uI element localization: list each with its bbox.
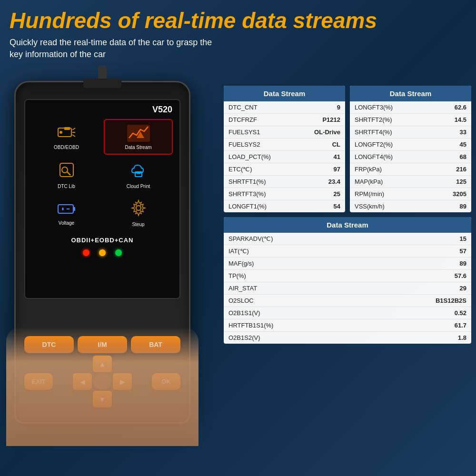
steup-icon bbox=[130, 199, 147, 220]
table-row: SHRTFT3(%)25 bbox=[224, 188, 345, 200]
row-value: 125 bbox=[456, 178, 466, 185]
data-table-2: Data Stream LONGFT3(%)62.6SHRTFT2(%)14.5… bbox=[350, 86, 471, 212]
menu-item-steup[interactable]: Steup bbox=[104, 196, 173, 231]
menu-item-cloudprint[interactable]: Cloud Print bbox=[104, 158, 173, 193]
menu-item-datastream[interactable]: Data Stream bbox=[104, 119, 173, 155]
svg-point-1 bbox=[60, 131, 62, 134]
subtext-line2: key information of the car bbox=[10, 50, 106, 59]
svg-point-9 bbox=[62, 167, 68, 173]
table-row: O2B1S2(V)1.8 bbox=[224, 332, 471, 344]
row-value: 68 bbox=[460, 153, 466, 160]
svg-rect-14 bbox=[73, 207, 75, 211]
table-row: SHRTFT1(%)23.4 bbox=[224, 176, 345, 188]
device-screen: V520 bbox=[24, 99, 180, 299]
row-label: SHRTFT3(%) bbox=[228, 190, 266, 198]
row-value: 61.7 bbox=[455, 322, 466, 329]
device-model: V520 bbox=[30, 105, 175, 115]
table-row: HRTFTB1S1(%)61.7 bbox=[224, 319, 471, 332]
row-value: 57.6 bbox=[455, 272, 466, 279]
obd-icon bbox=[57, 124, 76, 143]
table-row: O2SLOCB1S12B2S bbox=[224, 295, 471, 307]
table-row: SHRTFT2(%)14.5 bbox=[350, 114, 471, 126]
dtclib-icon bbox=[58, 161, 75, 182]
row-label: O2SLOC bbox=[228, 297, 254, 304]
headline: Hundreds of real-time data streams bbox=[10, 9, 466, 33]
table-row: LONGFT1(%)54 bbox=[224, 200, 345, 212]
row-label: FUELSYS1 bbox=[228, 129, 260, 136]
subtext: Quickly read the real-time data of the c… bbox=[10, 37, 466, 60]
table-row: SHRTFT4(%)33 bbox=[350, 126, 471, 139]
cloudprint-icon bbox=[129, 161, 148, 182]
table-row: O2B1S1(V)0.52 bbox=[224, 307, 471, 319]
menu-label-cloudprint: Cloud Print bbox=[127, 184, 150, 189]
table-row: LOAD_PCT(%)41 bbox=[224, 151, 345, 163]
led-green bbox=[115, 249, 122, 256]
tables-section: Data Stream DTC_CNT9DTCFRZFP1212FUELSYS1… bbox=[224, 86, 471, 344]
table3-header: Data Stream bbox=[224, 217, 471, 233]
menu-label-datastream: Data Stream bbox=[125, 145, 151, 150]
row-value: 89 bbox=[460, 260, 466, 267]
row-value: B1S12B2S bbox=[436, 297, 466, 304]
led-row bbox=[30, 249, 175, 256]
row-label: O2B1S1(V) bbox=[228, 309, 260, 317]
row-value: 15 bbox=[460, 235, 466, 242]
row-label: SHRTFT4(%) bbox=[355, 129, 392, 136]
table3-rows: SPARKADV(℃)15IAT(℃)57MAF(g/s)89TP(%)57.6… bbox=[224, 233, 471, 344]
menu-label-steup: Steup bbox=[132, 222, 144, 227]
svg-rect-13 bbox=[58, 205, 73, 213]
row-value: 0.52 bbox=[455, 309, 466, 317]
row-value: 33 bbox=[460, 129, 466, 136]
row-value: P1212 bbox=[322, 116, 340, 123]
table2-header: Data Stream bbox=[350, 86, 471, 101]
table-row: VSS(km/h)89 bbox=[350, 200, 471, 212]
row-label: DTCFRZF bbox=[228, 116, 257, 123]
datastream-icon bbox=[127, 124, 150, 143]
row-value: 62.6 bbox=[455, 104, 466, 111]
table1-header: Data Stream bbox=[224, 86, 345, 101]
row-value: 97 bbox=[334, 166, 340, 173]
row-label: AIR_STAT bbox=[228, 285, 257, 292]
table-row: SPARKADV(℃)15 bbox=[224, 233, 471, 245]
row-label: LOAD_PCT(%) bbox=[228, 153, 271, 160]
row-value: OL-Drive bbox=[314, 129, 340, 136]
row-value: 54 bbox=[334, 203, 340, 210]
table-row: LONGFT4(%)68 bbox=[350, 151, 471, 163]
device: V520 bbox=[5, 81, 209, 462]
table-row: LONGFT2(%)45 bbox=[350, 139, 471, 151]
tables-top-row: Data Stream DTC_CNT9DTCFRZFP1212FUELSYS1… bbox=[224, 86, 471, 212]
row-label: ETC(℃) bbox=[228, 166, 252, 173]
obd-text: OBDII+EOBD+CAN bbox=[30, 237, 175, 244]
menu-item-dtclib[interactable]: DTC Lib bbox=[32, 158, 101, 193]
table-row: FRP(kPa)216 bbox=[350, 163, 471, 176]
table-row: MAP(kPa)125 bbox=[350, 176, 471, 188]
screen-inner: V520 bbox=[25, 100, 179, 298]
svg-line-5 bbox=[72, 135, 75, 137]
table-row: FUELSYS2CL bbox=[224, 139, 345, 151]
subtext-line1: Quickly read the real-time data of the c… bbox=[10, 38, 212, 47]
row-value: 41 bbox=[334, 153, 340, 160]
row-value: 14.5 bbox=[455, 116, 466, 123]
menu-item-obd[interactable]: OBD/EOBD bbox=[32, 119, 101, 155]
svg-rect-2 bbox=[64, 127, 70, 130]
menu-item-voltage[interactable]: Voltage bbox=[32, 196, 101, 231]
table-row: ETC(℃)97 bbox=[224, 163, 345, 176]
row-label: TP(%) bbox=[228, 272, 246, 279]
led-red bbox=[83, 249, 89, 256]
row-value: 216 bbox=[456, 166, 466, 173]
row-label: VSS(km/h) bbox=[355, 203, 385, 210]
table-row: DTC_CNT9 bbox=[224, 101, 345, 114]
row-label: LONGFT1(%) bbox=[228, 203, 267, 210]
row-value: 45 bbox=[460, 141, 466, 148]
table-row: RPM(/min)3205 bbox=[350, 188, 471, 200]
row-label: MAF(g/s) bbox=[228, 260, 254, 267]
table-row: AIR_STAT29 bbox=[224, 282, 471, 295]
row-label: SHRTFT1(%) bbox=[228, 178, 266, 185]
row-value: CL bbox=[332, 141, 340, 148]
row-value: 3205 bbox=[453, 190, 466, 198]
table-row: LONGFT3(%)62.6 bbox=[350, 101, 471, 114]
table-row: DTCFRZFP1212 bbox=[224, 114, 345, 126]
menu-label-dtclib: DTC Lib bbox=[58, 184, 75, 189]
menu-label-obd: OBD/EOBD bbox=[54, 145, 79, 150]
device-body: V520 bbox=[14, 81, 190, 424]
row-label: RPM(/min) bbox=[355, 190, 384, 198]
